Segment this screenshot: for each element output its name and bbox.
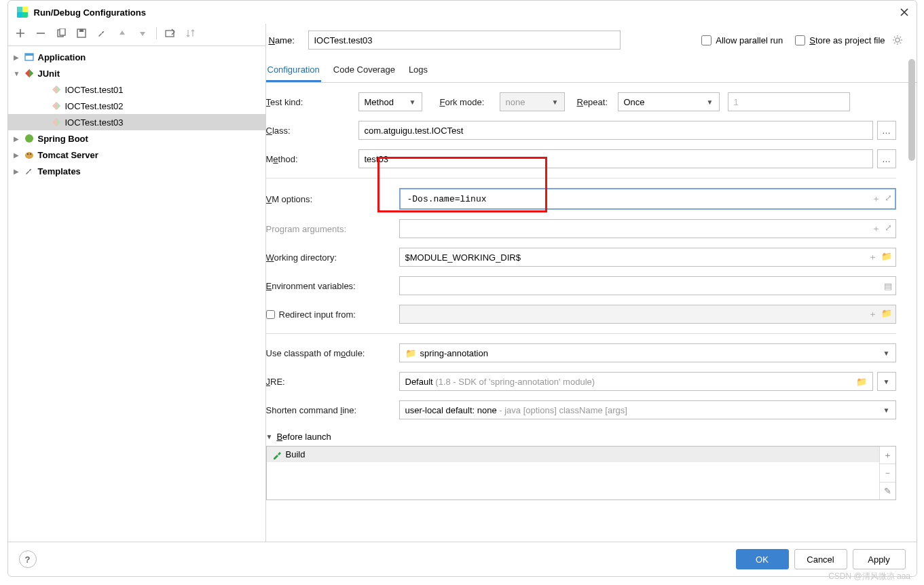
repeat-count-input[interactable] [728, 92, 850, 111]
save-icon[interactable] [75, 26, 88, 40]
wrench-icon[interactable] [95, 26, 109, 40]
junit-test-icon [50, 118, 62, 126]
fork-mode-select[interactable]: none▼ [500, 92, 565, 111]
redirect-input-checkbox[interactable] [266, 310, 275, 319]
folder-icon[interactable]: 📁 [856, 377, 867, 387]
apply-button[interactable]: Apply [853, 549, 906, 569]
store-as-project-checkbox[interactable]: Store as project file [795, 35, 885, 45]
tomcat-icon [23, 150, 35, 159]
working-dir-label: Working directory: [266, 252, 399, 263]
browse-method-button[interactable]: … [877, 149, 896, 168]
name-row: Name: Allow parallel run Store as projec… [266, 24, 917, 56]
expand-icon[interactable]: ▶ [14, 151, 23, 159]
help-button[interactable]: ? [19, 550, 37, 568]
cancel-button[interactable]: Cancel [794, 549, 847, 569]
classpath-select[interactable]: 📁spring-annotation ▼ [399, 343, 896, 362]
sort-icon[interactable] [184, 26, 198, 40]
repeat-select[interactable]: Once▼ [618, 92, 720, 111]
build-task-label: Build [286, 449, 306, 459]
close-icon[interactable] [900, 8, 908, 16]
copy-icon[interactable] [54, 26, 68, 40]
spring-boot-icon [23, 134, 35, 143]
vm-options-input[interactable] [399, 188, 896, 210]
env-vars-input[interactable] [399, 276, 896, 295]
tree-node-application[interactable]: ▶ Application [8, 49, 265, 65]
build-task-item[interactable]: Build [267, 447, 879, 462]
folder-icon[interactable]: 📁 [881, 251, 892, 263]
run-debug-config-window: Run/Debug Configurations ▶ [7, 0, 917, 577]
jre-dropdown-button[interactable]: ▼ [877, 372, 896, 391]
collapse-icon[interactable]: ▼ [14, 70, 23, 77]
svg-rect-9 [25, 54, 33, 56]
repeat-label: Repeat: [577, 97, 618, 107]
test-kind-select[interactable]: Method▼ [358, 92, 422, 111]
scrollbar-thumb[interactable] [908, 59, 915, 161]
watermark: CSDN @清风微凉 aaa [828, 571, 910, 582]
expand-icon[interactable]: ⤢ [885, 223, 892, 235]
plus-icon[interactable]: ＋ [868, 251, 877, 263]
method-label: Method: [266, 154, 358, 164]
fork-mode-label: Fork mode: [440, 97, 500, 107]
working-dir-input[interactable] [399, 248, 896, 267]
add-task-button[interactable]: ＋ [880, 447, 895, 464]
tab-logs[interactable]: Logs [407, 60, 429, 82]
jre-field[interactable]: Default (1.8 - SDK of 'spring-annotation… [399, 372, 873, 391]
env-vars-label: Environment variables: [266, 281, 399, 291]
scrollbar[interactable] [908, 59, 915, 535]
plus-icon[interactable]: ＋ [872, 223, 881, 235]
gear-icon[interactable] [892, 35, 903, 45]
shorten-label: Shorten command line: [266, 405, 399, 415]
tree-node-test02[interactable]: IOCTest.test02 [8, 98, 265, 114]
hammer-icon [272, 450, 282, 459]
tab-code-coverage[interactable]: Code Coverage [332, 60, 396, 82]
remove-icon[interactable] [34, 26, 48, 40]
tree-node-tomcat[interactable]: ▶ Tomcat Server [8, 147, 265, 163]
collapse-icon[interactable]: ▼ [266, 433, 273, 440]
svg-point-11 [25, 152, 33, 159]
ok-button[interactable]: OK [736, 549, 789, 569]
edit-task-button[interactable]: ✎ [880, 483, 895, 499]
program-args-input[interactable] [399, 219, 896, 238]
vm-options-label: VM options: [266, 194, 399, 204]
shorten-select[interactable]: user-local default: none - java [options… [399, 400, 896, 419]
jre-label: JRE: [266, 377, 399, 387]
tree-node-test03[interactable]: IOCTest.test03 [8, 114, 265, 130]
add-icon[interactable] [14, 26, 27, 40]
chevron-down-icon: ▼ [883, 407, 890, 414]
tree-node-templates[interactable]: ▶ Templates [8, 163, 265, 179]
svg-rect-4 [60, 29, 65, 35]
tree-label: Spring Boot [38, 134, 88, 144]
method-input[interactable] [358, 149, 873, 168]
tree-node-spring-boot[interactable]: ▶ Spring Boot [8, 130, 265, 147]
pycharm-icon [16, 6, 29, 18]
folder-icon: 📁 [881, 308, 892, 320]
before-launch-header[interactable]: ▼ Before launch [266, 432, 896, 442]
tree-label: IOCTest.test03 [65, 117, 124, 128]
junit-test-icon [50, 86, 62, 94]
config-sidebar: ▶ Application ▼ JUnit IOCTest.test01 IOC… [8, 24, 266, 542]
tree-label: IOCTest.test02 [65, 101, 124, 111]
remove-task-button[interactable]: － [880, 464, 895, 482]
tree-label: Application [38, 52, 86, 62]
tree-node-test01[interactable]: IOCTest.test01 [8, 81, 265, 98]
expand-icon[interactable]: ▶ [14, 54, 23, 61]
move-down-icon[interactable] [136, 26, 149, 40]
tree-node-junit[interactable]: ▼ JUnit [8, 65, 265, 81]
plus-icon[interactable]: ＋ [872, 193, 881, 205]
form-area: Test kind: Method▼ Fork mode: none▼ Repe… [266, 83, 917, 542]
expand-icon[interactable]: ⤢ [885, 193, 892, 205]
folder-collapse-icon[interactable] [164, 26, 177, 40]
allow-parallel-checkbox[interactable]: Allow parallel run [701, 35, 783, 45]
list-icon[interactable]: ▤ [884, 281, 892, 291]
tab-configuration[interactable]: Configuration [266, 60, 321, 82]
svg-point-10 [25, 134, 33, 143]
browse-class-button[interactable]: … [877, 121, 896, 140]
class-input[interactable] [358, 121, 873, 140]
expand-icon[interactable]: ▶ [14, 168, 23, 175]
name-input[interactable] [308, 31, 621, 50]
move-up-icon[interactable] [115, 26, 129, 40]
expand-icon[interactable]: ▶ [14, 135, 23, 143]
tree-label: Templates [38, 166, 81, 176]
config-tree[interactable]: ▶ Application ▼ JUnit IOCTest.test01 IOC… [8, 46, 265, 542]
sidebar-toolbar [8, 24, 265, 46]
